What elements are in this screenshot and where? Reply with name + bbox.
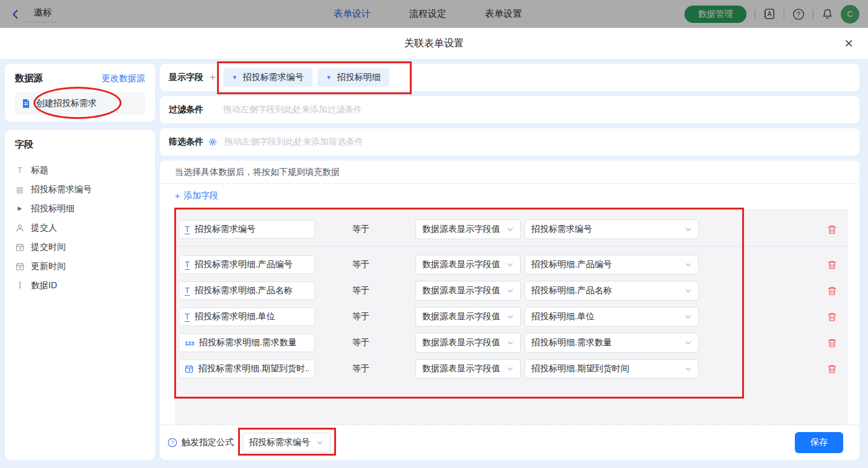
calendar-icon [15, 262, 25, 271]
field-item-subform[interactable]: ▶ 招投标明细 [15, 199, 145, 218]
gear-icon[interactable] [208, 138, 217, 146]
field-item-label: 更新时间 [31, 261, 66, 272]
mapping-row: T 招投标需求编号 等于 数据源表显示字段值 招投标需求编号 [175, 220, 848, 239]
screen-condition-row[interactable]: 筛选条件 拖动左侧字段到此处来添加筛选条件 [160, 128, 859, 156]
trigger-formula-label: 触发指定公式 [182, 437, 234, 448]
close-icon[interactable]: × [844, 36, 853, 51]
delete-row-icon[interactable] [827, 364, 837, 374]
mapping-field-label: 招投标需求明细.产品编号 [195, 259, 293, 270]
source-type-value: 数据源表显示字段值 [422, 311, 500, 322]
source-type-value: 数据源表显示字段值 [422, 363, 500, 374]
trigger-formula-value: 招投标需求编号 [249, 437, 310, 448]
mapping-field-box[interactable]: T 招投标需求编号 [179, 220, 315, 239]
equals-label: 等于 [352, 224, 387, 235]
chip-label: 招投标明细 [337, 72, 381, 83]
dashed-divider [160, 183, 859, 184]
mapping-field-label: 招投标需求编号 [195, 224, 255, 235]
mapping-field-box[interactable]: 招投标需求明细.期望到货时... [179, 360, 315, 378]
tab-form-settings[interactable]: 表单设置 [485, 8, 522, 20]
panel-footer: ? 触发指定公式 招投标需求编号 保存 [160, 425, 859, 460]
delete-row-icon[interactable] [827, 224, 837, 235]
chevron-down-icon: ▼ [326, 74, 332, 81]
back-button[interactable] [10, 9, 21, 20]
source-type-value: 数据源表显示字段值 [422, 259, 500, 270]
source-type-select[interactable]: 数据源表显示字段值 [415, 255, 521, 275]
field-item-update-time[interactable]: 更新时间 [15, 257, 145, 276]
subform-caret-icon: ▶ [15, 206, 25, 211]
contact-book-icon[interactable]: A [763, 8, 776, 20]
serial-icon: ▤ [15, 186, 25, 193]
source-field-value: 招投标需求编号 [531, 224, 592, 235]
formula-help-icon[interactable]: ? [167, 438, 177, 448]
mapping-field-box[interactable]: T 招投标需求明细.产品编号 [179, 255, 315, 274]
divider [755, 10, 755, 19]
add-field-button[interactable]: + 添加字段 [160, 184, 233, 208]
form-name[interactable]: 邀标 [26, 6, 60, 22]
display-field-chip[interactable]: ▼ 招投标需求编号 [223, 68, 312, 87]
chip-label: 招投标需求编号 [243, 72, 304, 83]
delete-row-icon[interactable] [827, 286, 837, 296]
mapping-field-label: 招投标需求明细.期望到货时... [198, 363, 309, 374]
datasource-item[interactable]: 创建招投标需求 [15, 92, 145, 115]
title-icon: T [15, 167, 25, 174]
mapping-field-box[interactable]: 123 招投标需求明细.需求数量 [179, 333, 315, 352]
data-manage-button[interactable]: 数据管理 [684, 6, 746, 23]
document-icon [21, 99, 31, 108]
display-field-chip[interactable]: ▼ 招投标明细 [317, 68, 389, 87]
source-field-select[interactable]: 招投标明细.期望到货时间 [525, 359, 699, 379]
mapping-field-box[interactable]: T 招投标需求明细.产品名称 [179, 281, 315, 300]
source-type-select[interactable]: 数据源表显示字段值 [415, 333, 521, 353]
filter-condition-row[interactable]: 过滤条件 拖动左侧字段到此处来添加过滤条件 [160, 96, 859, 123]
mapping-row: 123 招投标需求明细.需求数量 等于 数据源表显示字段值 招投标明细.需求数量 [175, 333, 848, 352]
add-display-field-button[interactable]: + [210, 71, 216, 84]
source-type-select[interactable]: 数据源表显示字段值 [415, 281, 521, 301]
source-type-value: 数据源表显示字段值 [422, 337, 500, 348]
trigger-formula-select[interactable]: 招投标需求编号 [242, 433, 330, 453]
equals-label: 等于 [352, 311, 387, 322]
field-item-label: 提交人 [31, 223, 57, 234]
chevron-down-icon [684, 365, 692, 373]
source-field-value: 招投标明细.需求数量 [531, 337, 612, 348]
text-field-icon: T [185, 286, 190, 296]
delete-row-icon[interactable] [827, 338, 837, 348]
avatar[interactable]: C [841, 5, 859, 24]
source-type-select[interactable]: 数据源表显示字段值 [415, 359, 521, 379]
source-type-select[interactable]: 数据源表显示字段值 [415, 219, 521, 239]
notification-bell-icon[interactable] [822, 8, 833, 20]
help-icon[interactable]: ? [792, 8, 805, 20]
left-sidebar: 数据源 更改数据源 创建招投标需求 字段 T 标题 ▤ 招投标需求编号 ▶ 招投… [5, 64, 155, 460]
field-item-label: 提交时间 [31, 242, 66, 253]
source-field-select[interactable]: 招投标需求编号 [525, 219, 699, 239]
field-item-label: 标题 [31, 165, 48, 176]
source-field-select[interactable]: 招投标明细.单位 [525, 307, 699, 327]
chevron-down-icon [507, 313, 514, 320]
tab-form-design[interactable]: 表单设计 [334, 8, 371, 20]
tab-flow-settings[interactable]: 流程设定 [409, 8, 446, 20]
chevron-down-icon: ▼ [232, 74, 237, 81]
delete-row-icon[interactable] [827, 312, 837, 322]
mapping-row: T 招投标需求明细.产品名称 等于 数据源表显示字段值 招投标明细.产品名称 [175, 281, 848, 300]
field-item-data-id[interactable]: I 数据ID [15, 276, 145, 295]
fill-rules-hint: 当选择具体数据后，将按如下规则填充数据 [160, 161, 859, 183]
source-field-select[interactable]: 招投标明细.需求数量 [525, 333, 699, 353]
chevron-down-icon [507, 226, 514, 233]
equals-label: 等于 [352, 285, 387, 296]
source-field-value: 招投标明细.单位 [531, 311, 595, 322]
mapping-field-box[interactable]: T 招投标需求明细.单位 [179, 307, 315, 326]
field-item-title[interactable]: T 标题 [15, 161, 145, 180]
topbar-right: 数据管理 A ? C [684, 0, 859, 28]
source-field-select[interactable]: 招投标明细.产品名称 [525, 281, 699, 301]
save-button[interactable]: 保存 [795, 432, 843, 453]
chevron-down-icon [507, 261, 514, 268]
delete-row-icon[interactable] [827, 260, 837, 270]
field-item-serial[interactable]: ▤ 招投标需求编号 [15, 180, 145, 199]
date-field-icon [185, 364, 193, 373]
source-field-select[interactable]: 招投标明细.产品编号 [525, 255, 699, 275]
display-fields-row: 显示字段 + ▼ 招投标需求编号 ▼ 招投标明细 [160, 64, 859, 91]
svg-text:?: ? [797, 11, 800, 18]
screen: 邀标 表单设计 流程设定 表单设置 数据管理 A ? C 关联表单设置 × [0, 0, 868, 468]
source-type-select[interactable]: 数据源表显示字段值 [415, 307, 521, 327]
change-datasource-link[interactable]: 更改数据源 [102, 73, 145, 84]
field-item-submit-time[interactable]: 提交时间 [15, 237, 145, 257]
field-item-submitter[interactable]: 提交人 [15, 218, 145, 237]
